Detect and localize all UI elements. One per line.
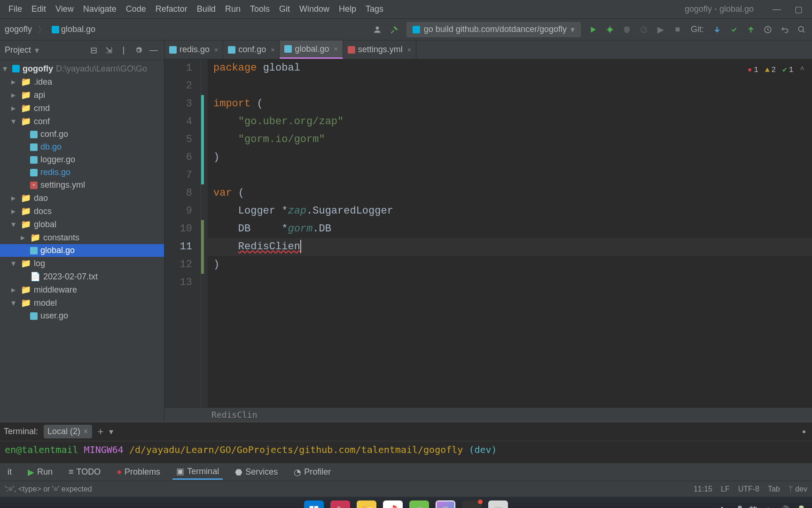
- menu-tags[interactable]: Tags: [361, 2, 388, 16]
- menu-build[interactable]: Build: [192, 2, 220, 16]
- tree-item-log[interactable]: ▾📁log: [0, 257, 164, 270]
- tw-terminal[interactable]: ▣ Terminal: [172, 464, 223, 480]
- menu-edit[interactable]: Edit: [27, 2, 51, 16]
- git-branch[interactable]: ᛘ dev: [789, 485, 807, 493]
- profile-button[interactable]: [637, 23, 650, 36]
- code-content[interactable]: ●1 ▲2 ✔1 ^ package global import ( "go.u…: [208, 59, 812, 407]
- project-tree[interactable]: ▾ gogofly D:\yayadu\Learn\GO\Go ▸📁.idea▸…: [0, 60, 164, 421]
- user-icon[interactable]: [371, 23, 384, 36]
- rollback-icon[interactable]: [778, 23, 791, 36]
- taskbar-app-4[interactable]: ▦: [488, 500, 508, 508]
- tree-root[interactable]: ▾ gogofly D:\yayadu\Learn\GO\Go: [0, 62, 164, 75]
- menu-tools[interactable]: Tools: [245, 2, 274, 16]
- menu-run[interactable]: Run: [220, 2, 245, 16]
- tree-item-db-go[interactable]: db.go: [0, 141, 164, 153]
- file-explorer-icon[interactable]: 📁: [357, 500, 376, 508]
- menu-code[interactable]: Code: [121, 2, 151, 16]
- tw-problems[interactable]: ● Problems: [113, 465, 164, 479]
- tw-unknown[interactable]: it: [4, 465, 16, 479]
- menu-view[interactable]: View: [51, 2, 78, 16]
- collapse-all-icon[interactable]: ⇲: [103, 45, 114, 56]
- tree-item-2023-02-07-txt[interactable]: 📄2023-02-07.txt: [0, 270, 164, 283]
- tab-redis-go[interactable]: redis.go×: [164, 40, 223, 59]
- taskbar-app-3[interactable]: ●: [462, 500, 482, 508]
- code-editor[interactable]: 12345678910111213 ●1 ▲2 ✔1 ^ package glo…: [164, 59, 812, 407]
- hide-icon[interactable]: —: [148, 45, 159, 56]
- start-button[interactable]: [304, 500, 324, 508]
- breadcrumb-file[interactable]: global.go: [49, 24, 98, 35]
- tw-run[interactable]: ▶ Run: [24, 465, 56, 479]
- battery-icon[interactable]: 🔋: [796, 505, 806, 508]
- menu-file[interactable]: File: [4, 2, 27, 16]
- volume-icon[interactable]: 🔊: [779, 505, 789, 508]
- tree-item-middleware[interactable]: ▸📁middleware: [0, 283, 164, 296]
- close-icon[interactable]: ×: [83, 427, 88, 437]
- tree-item-api[interactable]: ▸📁api: [0, 88, 164, 102]
- git-push-icon[interactable]: [744, 23, 757, 36]
- menu-window[interactable]: Window: [295, 2, 334, 16]
- tree-item-global-go[interactable]: global.go: [0, 244, 164, 257]
- close-icon[interactable]: ×: [406, 46, 411, 54]
- indent-setting[interactable]: Tab: [768, 485, 780, 493]
- terminal-tab-local[interactable]: Local (2) ×: [44, 425, 92, 438]
- menu-refactor[interactable]: Refactor: [151, 2, 192, 16]
- chevron-down-icon[interactable]: ▾: [35, 45, 39, 56]
- run-button[interactable]: [586, 23, 600, 36]
- run-configuration-selector[interactable]: go build github.com/dotdancer/gogofly ▾: [406, 22, 581, 37]
- tw-profiler[interactable]: ◔ Profiler: [290, 465, 335, 479]
- editor-breadcrumb[interactable]: RedisClin: [164, 407, 812, 421]
- inspections-widget[interactable]: ●1 ▲2 ✔1 ^: [748, 61, 804, 79]
- settings-icon[interactable]: [133, 45, 144, 56]
- goland-icon[interactable]: G: [436, 500, 455, 508]
- history-icon[interactable]: [761, 23, 774, 36]
- tree-item-settings-yml[interactable]: Ysettings.yml: [0, 179, 164, 191]
- tree-item-global[interactable]: ▾📁global: [0, 218, 164, 231]
- tree-item-cmd[interactable]: ▸📁cmd: [0, 102, 164, 115]
- taskbar-app-1[interactable]: ✎: [330, 500, 350, 508]
- tree-item-conf[interactable]: ▾📁conf: [0, 115, 164, 128]
- git-commit-icon[interactable]: [727, 23, 741, 36]
- tree-item-conf-go[interactable]: conf.go: [0, 128, 164, 141]
- build-icon[interactable]: [388, 23, 401, 36]
- tree-item-docs[interactable]: ▸📁docs: [0, 205, 164, 218]
- tree-item--idea[interactable]: ▸📁.idea: [0, 75, 164, 88]
- search-icon[interactable]: [795, 23, 808, 36]
- chevron-down-icon[interactable]: ▾: [109, 427, 113, 437]
- tab-global-go[interactable]: global.go×: [280, 40, 343, 59]
- breadcrumb-module[interactable]: gogofly: [2, 24, 35, 35]
- wifi-icon[interactable]: [764, 506, 773, 508]
- terminal-content[interactable]: en@talentmail MINGW64 /d/yayadu/Learn/GO…: [0, 441, 812, 463]
- tree-item-model[interactable]: ▾📁model: [0, 296, 164, 310]
- tree-item-redis-go[interactable]: redis.go: [0, 166, 164, 179]
- tab-conf-go[interactable]: conf.go×: [223, 40, 280, 59]
- menu-git[interactable]: Git: [274, 2, 295, 16]
- add-terminal-button[interactable]: +: [98, 426, 104, 438]
- chrome-icon[interactable]: [383, 500, 403, 508]
- git-pull-icon[interactable]: [710, 23, 724, 36]
- fold-column[interactable]: [201, 59, 208, 407]
- maximize-icon[interactable]: ▢: [794, 5, 803, 14]
- tree-item-constants[interactable]: ▸📁constants: [0, 231, 164, 244]
- file-encoding[interactable]: UTF-8: [738, 485, 759, 493]
- tab-settings-yml[interactable]: settings.yml×: [343, 40, 416, 59]
- language-icon[interactable]: 英: [749, 505, 757, 508]
- taskbar-app-2[interactable]: ◎: [409, 500, 429, 508]
- terminal-settings-icon[interactable]: [800, 428, 808, 436]
- mic-icon[interactable]: 🎤: [732, 505, 742, 508]
- close-icon[interactable]: ×: [269, 46, 274, 54]
- line-ending[interactable]: LF: [721, 485, 730, 493]
- system-tray[interactable]: ⌃ 🎤 英 🔊 🔋: [718, 505, 806, 508]
- minimize-icon[interactable]: —: [773, 5, 781, 14]
- close-icon[interactable]: ×: [332, 45, 338, 53]
- tray-chevron-icon[interactable]: ⌃: [718, 505, 726, 508]
- debug-button[interactable]: [603, 23, 617, 36]
- cursor-position[interactable]: 11:15: [694, 485, 712, 493]
- menu-navigate[interactable]: Navigate: [78, 2, 121, 16]
- coverage-button[interactable]: [620, 23, 633, 36]
- menu-help[interactable]: Help: [334, 2, 361, 16]
- gutter[interactable]: 12345678910111213: [164, 59, 201, 407]
- select-opened-icon[interactable]: ⊟: [88, 45, 99, 56]
- tw-services[interactable]: ⬣ Services: [231, 465, 281, 479]
- tree-item-logger-go[interactable]: logger.go: [0, 153, 164, 166]
- tree-item-user-go[interactable]: user.go: [0, 310, 164, 322]
